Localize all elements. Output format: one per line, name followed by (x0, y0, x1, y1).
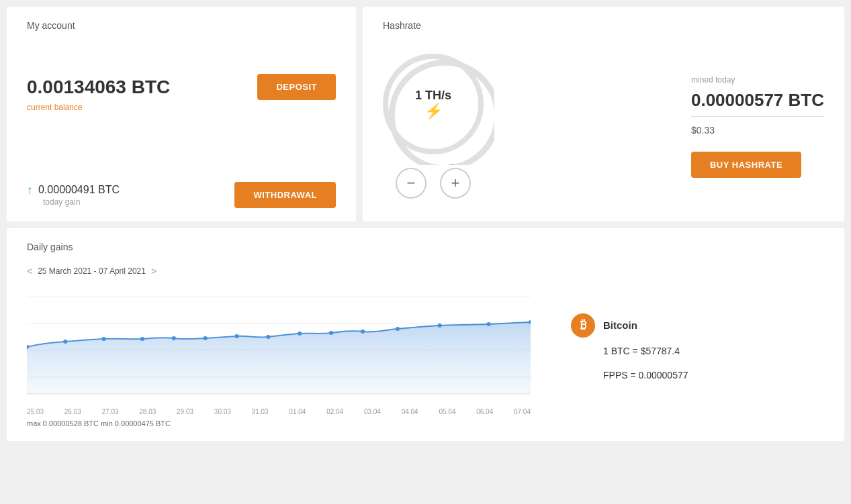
svg-point-18 (437, 323, 441, 327)
mined-usd: $0.33 (691, 125, 715, 136)
svg-point-19 (486, 322, 490, 326)
svg-point-10 (172, 336, 176, 340)
svg-point-9 (140, 337, 144, 341)
buy-hashrate-button[interactable]: BUY HASHRATE (691, 152, 801, 178)
daily-gains-section: Daily gains < 25 March 2021 - 07 April 2… (7, 228, 844, 441)
my-account-panel: My account 0.00134063 BTC DEPOSIT curren… (7, 7, 356, 221)
hashrate-panel: Hashrate 1 TH/s ⚡ − + (363, 7, 844, 221)
hashrate-title: Hashrate (383, 20, 824, 31)
bitcoin-info: ₿ Bitcoin 1 BTC = $57787.4 FPPS = 0.0000… (557, 266, 705, 427)
svg-point-13 (266, 335, 270, 339)
withdrawal-button[interactable]: WITHDRAWAL (234, 182, 336, 208)
bitcoin-rate: 1 BTC = $57787.4 (603, 346, 705, 356)
svg-point-11 (204, 336, 208, 340)
bitcoin-name: Bitcoin (603, 319, 637, 331)
mined-amount: 0.00000577 BTC (691, 90, 824, 117)
daily-gains-title: Daily gains (27, 242, 824, 252)
my-account-title: My account (27, 20, 336, 31)
balance-amount: 0.00134063 BTC (27, 77, 170, 98)
svg-point-0 (392, 62, 494, 165)
chart-area: < 25 March 2021 - 07 April 2021 > (27, 266, 531, 427)
bitcoin-icon: ₿ (571, 313, 595, 338)
chart-svg (27, 283, 531, 404)
next-date-button[interactable]: > (151, 266, 156, 276)
svg-point-8 (101, 337, 105, 341)
svg-point-12 (234, 334, 238, 338)
svg-point-14 (298, 332, 302, 336)
svg-point-15 (329, 331, 333, 335)
mined-today-label: mined today (691, 75, 735, 85)
prev-date-button[interactable]: < (27, 266, 32, 276)
fpps-rate: FPPS = 0.00000577 (603, 370, 705, 381)
svg-point-16 (361, 330, 365, 334)
today-gain-label: today gain (43, 197, 120, 207)
gain-amount: 0.00000491 BTC (38, 184, 120, 196)
current-balance-label: current balance (27, 103, 336, 112)
chart-stats: max 0.00000528 BTC min 0.00000475 BTC (27, 419, 531, 427)
date-range: 25 March 2021 - 07 April 2021 (38, 266, 146, 276)
hashrate-gauge: 1 TH/s ⚡ (383, 54, 484, 154)
deposit-button[interactable]: DEPOSIT (257, 74, 336, 100)
svg-point-17 (396, 327, 400, 331)
up-arrow-icon: ↑ (27, 184, 33, 196)
chart-labels: 25.03 26.03 27.03 28.03 29.03 30.03 31.0… (27, 408, 531, 415)
lightning-icon: ⚡ (424, 103, 443, 120)
decrease-hashrate-button[interactable]: − (396, 168, 427, 199)
hashrate-value: 1 TH/s (415, 89, 451, 103)
svg-point-7 (63, 340, 67, 344)
increase-hashrate-button[interactable]: + (440, 168, 471, 199)
chart-container (27, 283, 531, 404)
